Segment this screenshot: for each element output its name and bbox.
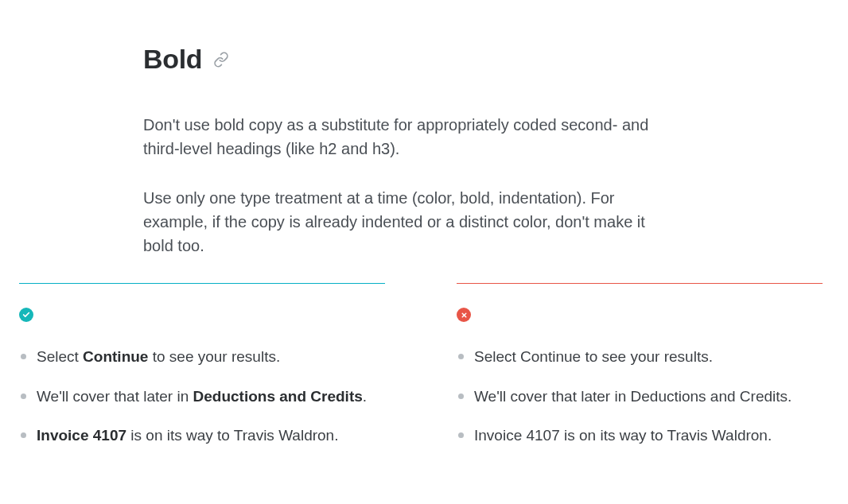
bad-divider [457,283,823,284]
intro-paragraph-2: Use only one type treatment at a time (c… [143,186,668,258]
bad-example-column: Select Continue to see your results. We'… [457,283,823,464]
page-title: Bold [143,44,202,75]
intro-paragraph-1: Don't use bold copy as a substitute for … [143,113,668,161]
close-icon [457,308,471,322]
list-item: Select Continue to see your results. [457,346,823,368]
check-icon [19,308,33,322]
good-example-list: Select Continue to see your results. We'… [19,346,385,447]
list-item: Select Continue to see your results. [19,346,385,368]
good-example-column: Select Continue to see your results. We'… [19,283,385,464]
list-item: We'll cover that later in Deductions and… [457,386,823,408]
list-item: Invoice 4107 is on its way to Travis Wal… [457,425,823,447]
good-divider [19,283,385,284]
bad-example-list: Select Continue to see your results. We'… [457,346,823,447]
list-item: We'll cover that later in Deductions and… [19,386,385,408]
link-icon[interactable] [213,52,229,68]
list-item: Invoice 4107 is on its way to Travis Wal… [19,425,385,447]
heading-row: Bold [143,44,676,75]
